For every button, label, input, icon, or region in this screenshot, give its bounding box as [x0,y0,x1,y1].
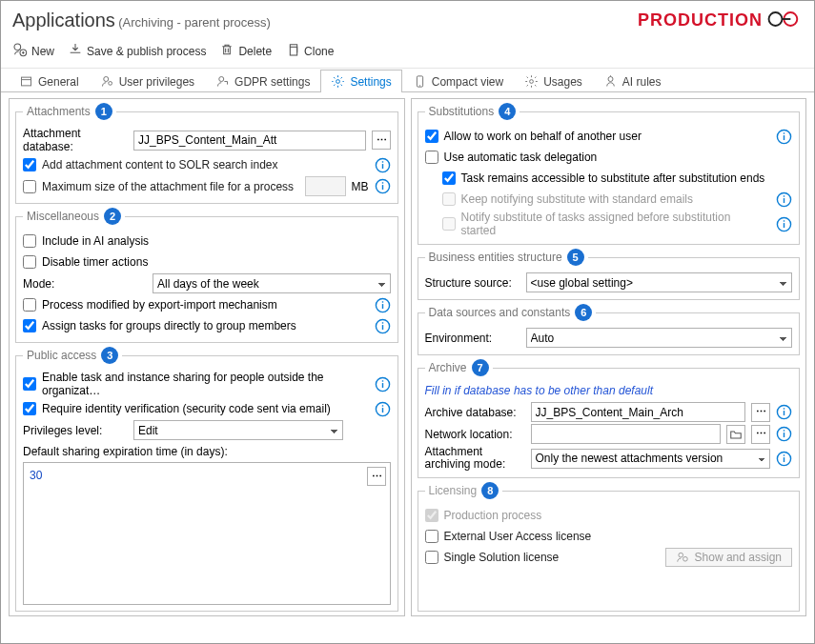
badge-3: 3 [101,347,118,364]
tab-bar: General User privileges GDPR settings Se… [1,69,814,92]
data-sources-group: Data sources and constants6 Environment:… [418,304,801,355]
priv-level-select[interactable]: Edit [133,420,343,440]
info-icon[interactable] [776,216,792,232]
folder-icon[interactable] [726,425,745,444]
structure-source-select[interactable]: <use global setting> [526,272,793,292]
new-button[interactable]: New [12,42,54,60]
info-icon[interactable] [375,376,391,392]
badge-7: 7 [472,359,489,376]
page-header: Applications (Archiving - parent process… [1,1,814,36]
brand-label: PRODUCTION [638,10,763,30]
maxsize-checkbox[interactable] [23,180,36,193]
info-icon[interactable] [375,401,391,417]
attachment-db-label: Attachment database: [23,127,128,153]
include-ai-checkbox[interactable] [23,234,36,248]
info-icon[interactable] [776,129,792,145]
assign-groups-checkbox[interactable] [23,319,36,332]
tab-gdpr[interactable]: GDPR settings [205,70,320,92]
mode-label: Mode: [23,277,147,291]
priv-level-label: Privileges level: [23,424,128,437]
attachment-db-input[interactable] [133,131,366,151]
environment-select[interactable]: Auto [526,328,793,348]
archive-hint: Fill in if database has to be other than… [425,382,793,401]
disable-timer-checkbox[interactable] [23,255,36,269]
content: Attachments1 Attachment database: ⋯ Add … [1,92,814,624]
badge-8: 8 [481,482,499,499]
production-process-checkbox [425,509,438,522]
tab-usages[interactable]: Usages [514,70,593,92]
public-access-group: Public access3 Enable task and instance … [15,347,398,612]
attachment-db-browse-button[interactable]: ⋯ [372,131,391,150]
business-entities-group: Business entities structure5 Structure s… [418,249,801,300]
badge-6: 6 [575,304,592,321]
clone-icon [285,42,300,60]
svg-rect-8 [290,47,296,55]
single-solution-checkbox[interactable] [425,551,438,564]
archive-db-browse-button[interactable]: ⋯ [751,403,770,422]
save-publish-button[interactable]: Save & publish process [68,42,206,60]
archiving-mode-select[interactable]: Only the newest attachments version [531,449,771,469]
svg-point-15 [530,80,534,84]
svg-point-6 [14,44,21,50]
substitutions-group: Substitutions4 Allow to work on behalf o… [418,103,801,245]
svg-point-12 [219,77,224,82]
enable-sharing-checkbox[interactable] [23,377,36,391]
auto-delegation-checkbox[interactable] [425,151,438,164]
info-icon[interactable] [375,318,391,334]
trash-icon [219,42,234,60]
badge-2: 2 [104,208,121,225]
solr-checkbox[interactable] [23,158,36,171]
info-icon[interactable] [375,157,391,173]
svg-point-10 [103,77,108,82]
right-column: Substitutions4 Allow to work on behalf o… [411,98,807,616]
badge-1: 1 [95,103,112,120]
mode-select[interactable]: All days of the week [153,273,391,293]
svg-point-16 [608,77,613,82]
allow-behalf-checkbox[interactable] [425,130,438,143]
network-location-label: Network location: [425,428,525,441]
tab-user-privileges[interactable]: User privileges [90,70,205,92]
show-assign-button[interactable]: Show and assign [665,548,792,567]
plus-icon [12,42,28,60]
brand: PRODUCTION [638,9,803,32]
tab-compact[interactable]: Compact view [402,70,514,92]
environment-label: Environment: [425,332,520,345]
badge-4: 4 [499,103,516,120]
expiration-browse-button[interactable]: ⋯ [367,467,386,486]
tab-settings[interactable]: Settings [320,70,401,92]
svg-point-3 [769,12,783,26]
clone-button[interactable]: Clone [285,42,334,60]
export-import-checkbox[interactable] [23,298,36,312]
require-identity-checkbox[interactable] [23,402,36,415]
archive-group: Archive7 Fill in if database has to be o… [418,359,801,478]
notify-substitute-checkbox [442,217,456,231]
structure-source-label: Structure source: [425,276,520,290]
network-browse-button[interactable]: ⋯ [751,425,770,444]
info-icon[interactable] [776,404,792,420]
info-icon[interactable] [776,451,792,467]
info-icon[interactable] [776,426,792,442]
expiration-area[interactable]: 30 ⋯ [23,462,391,605]
brand-logo-icon [766,9,803,32]
archiving-mode-label: Attachment archiving mode: [425,446,525,471]
svg-point-17 [679,553,683,558]
archive-db-label: Archive database: [425,406,525,419]
toolbar: New Save & publish process Delete Clone [1,36,814,69]
network-location-input[interactable] [531,424,722,444]
licensing-group: Licensing8 Production process External U… [418,482,801,612]
info-icon[interactable] [375,178,391,194]
task-remains-checkbox[interactable] [442,171,456,185]
archive-db-input[interactable] [531,402,746,422]
info-icon[interactable] [375,297,391,313]
svg-rect-9 [22,77,31,86]
svg-point-11 [108,82,112,86]
save-icon [68,42,83,60]
maxsize-spinner[interactable] [305,176,345,196]
svg-point-18 [683,557,687,562]
tab-ai-rules[interactable]: AI rules [593,70,672,92]
delete-button[interactable]: Delete [219,42,272,60]
external-user-checkbox[interactable] [425,530,438,543]
tab-general[interactable]: General [9,70,90,92]
info-icon[interactable] [776,191,792,208]
page-subtitle: (Archiving - parent process) [118,15,271,30]
